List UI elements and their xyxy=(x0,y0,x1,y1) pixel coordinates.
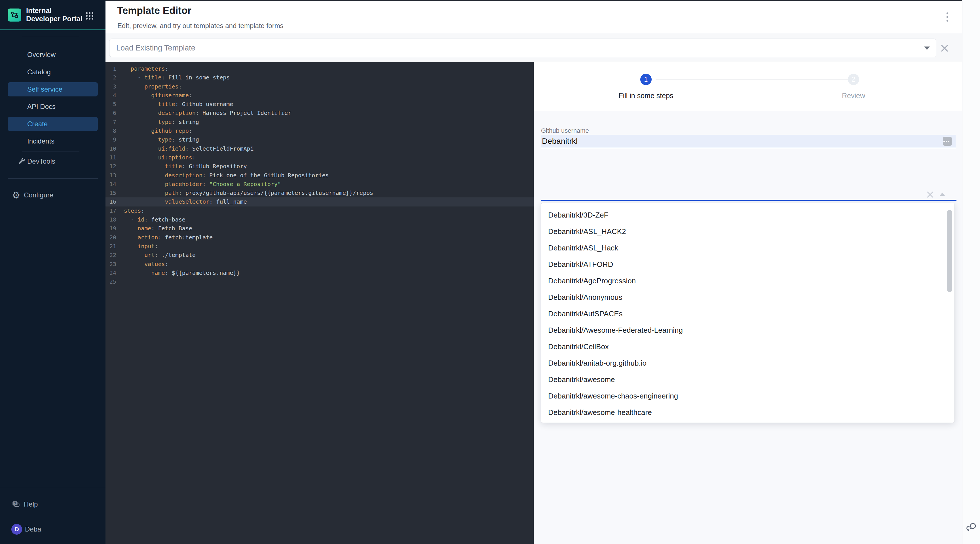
chat-icon[interactable] xyxy=(966,522,976,532)
line-number: 2 xyxy=(105,73,116,82)
code-line[interactable]: 10 ui:field: SelectFieldFromApi xyxy=(105,144,534,153)
code-line[interactable]: 7 type: string xyxy=(105,118,534,127)
close-icon[interactable] xyxy=(940,44,949,52)
code-line[interactable]: 25 xyxy=(105,277,534,286)
step-1-indicator[interactable]: 1 xyxy=(640,74,652,85)
code-line[interactable]: 16 valueSelector: full_name xyxy=(105,197,534,206)
brand-header: Internal Developer Portal xyxy=(0,0,105,30)
code-line[interactable]: 21 input: xyxy=(105,242,534,251)
repo-option[interactable]: Debanitrkl/awesome xyxy=(541,371,955,388)
repo-option[interactable]: Debanitrkl/Awesome-Federated-Learning xyxy=(541,322,955,338)
line-number: 24 xyxy=(105,269,116,277)
code-line[interactable]: 20 action: fetch:template xyxy=(105,233,534,242)
sidebar-item-create[interactable]: Create xyxy=(8,117,98,131)
right-rail xyxy=(962,0,980,544)
load-template-select[interactable]: Load Existing Template xyxy=(109,38,936,57)
repo-option[interactable]: Debanitrkl/AgeProgression xyxy=(541,272,955,289)
sidebar-item-overview[interactable]: Overview xyxy=(8,48,98,62)
code-text: ui:field: SelectFieldFromApi xyxy=(124,145,254,152)
code-line[interactable]: 12 title: GitHub Repository xyxy=(105,162,534,171)
app-logo-icon xyxy=(8,8,21,22)
page-subtitle: Edit, preview, and try out templates and… xyxy=(118,22,283,30)
line-number: 14 xyxy=(105,180,116,189)
code-line[interactable]: 8 github_repo: xyxy=(105,127,534,135)
line-number: 3 xyxy=(105,82,116,91)
code-line[interactable]: 23 values: xyxy=(105,260,534,269)
line-number: 19 xyxy=(105,224,116,233)
code-line[interactable]: 6 description: Harness Project Identifie… xyxy=(105,109,534,118)
sidebar-item-self-service[interactable]: Self service xyxy=(8,82,98,96)
sidebar-item-label: API Docs xyxy=(27,103,56,111)
line-number: 16 xyxy=(105,197,116,206)
focused-field-underline xyxy=(541,200,956,201)
sidebar-item-label: Incidents xyxy=(27,137,54,145)
clear-icon[interactable] xyxy=(926,191,934,198)
line-number: 12 xyxy=(105,162,116,171)
code-line[interactable]: 13 description: Pick one of the GitHub R… xyxy=(105,171,534,180)
line-number: 23 xyxy=(105,260,116,269)
code-line[interactable]: 3 properties: xyxy=(105,82,534,91)
code-line[interactable]: 9 type: string xyxy=(105,135,534,144)
code-line[interactable]: 15 path: proxy/github-api/users/{{parame… xyxy=(105,189,534,197)
autofill-icon[interactable] xyxy=(943,137,952,146)
code-line[interactable]: 5 title: Github username xyxy=(105,100,534,109)
line-number: 11 xyxy=(105,153,116,162)
repo-option[interactable]: Debanitrkl/awesome-chaos-engineering xyxy=(541,388,955,404)
sidebar-item-label: Configure xyxy=(24,191,53,199)
repo-option[interactable]: Debanitrkl/CellBox xyxy=(541,338,955,355)
code-line[interactable]: 14 placeholder: "Choose a Repository" xyxy=(105,180,534,189)
sidebar-item-label: DevTools xyxy=(27,157,55,165)
line-number: 18 xyxy=(105,215,116,224)
code-text: description: Pick one of the GitHub Repo… xyxy=(124,172,329,179)
code-line[interactable]: 22 url: ./template xyxy=(105,251,534,259)
sidebar: Internal Developer Portal OverviewCatalo… xyxy=(0,0,105,544)
code-text: description: Harness Project Identifier xyxy=(124,110,291,116)
code-text: url: ./template xyxy=(124,251,196,258)
sidebar-item-label: Help xyxy=(24,500,38,508)
dropdown-scrollbar[interactable] xyxy=(947,210,952,292)
svg-text:?: ? xyxy=(14,502,16,505)
code-line[interactable]: 18 - id: fetch-base xyxy=(105,215,534,224)
avatar: D xyxy=(11,524,22,534)
sidebar-item-incidents[interactable]: Incidents xyxy=(8,134,98,148)
repo-option[interactable]: Debanitrkl/ASL_HACK2 xyxy=(541,223,955,240)
chevron-up-icon[interactable] xyxy=(940,192,945,196)
code-line[interactable]: 24 name: ${{parameters.name}} xyxy=(105,269,534,277)
wrench-icon xyxy=(17,157,25,165)
code-text: action: fetch:template xyxy=(124,234,213,241)
repo-option[interactable]: Debanitrkl/AutSPACEs xyxy=(541,305,955,322)
more-options-icon[interactable] xyxy=(944,12,951,24)
repo-option[interactable]: Debanitrkl/ATFORD xyxy=(541,256,955,272)
step-2-label: Review xyxy=(842,92,865,100)
template-form-preview: 1 2 Fill in some steps Review Github use… xyxy=(534,62,962,544)
repo-option[interactable]: Debanitrkl/awesome-healthcare xyxy=(541,404,955,421)
code-text: properties: xyxy=(124,83,182,90)
code-line[interactable]: 19 name: Fetch Base xyxy=(105,224,534,233)
sidebar-item-configure[interactable]: ⚙ Configure xyxy=(8,188,98,202)
code-line[interactable]: 11 ui:options: xyxy=(105,153,534,162)
wizard-stepper: 1 2 Fill in some steps Review xyxy=(534,62,962,111)
sidebar-user-item[interactable]: D Deba xyxy=(8,522,98,536)
sidebar-item-help[interactable]: ? Help xyxy=(8,497,98,511)
sidebar-item-label: Catalog xyxy=(27,68,51,76)
code-line[interactable]: 1 parameters: xyxy=(105,64,534,73)
github-username-input[interactable] xyxy=(541,135,956,148)
line-number: 25 xyxy=(105,277,116,286)
sidebar-item-label: Overview xyxy=(27,51,56,59)
repo-option[interactable]: Debanitrkl/3D-ZeF xyxy=(541,207,955,223)
step-2-indicator[interactable]: 2 xyxy=(848,74,859,85)
apps-grid-icon[interactable] xyxy=(85,11,94,21)
yaml-code-editor[interactable]: 1 parameters:2 - title: Fill in some ste… xyxy=(105,62,534,544)
repo-option[interactable]: Debanitrkl/Anonymous xyxy=(541,289,955,305)
line-number: 8 xyxy=(105,127,116,135)
sidebar-item-catalog[interactable]: Catalog xyxy=(8,65,98,79)
code-line[interactable]: 4 gitusername: xyxy=(105,91,534,100)
code-line[interactable]: 2 - title: Fill in some steps xyxy=(105,73,534,82)
line-number: 4 xyxy=(105,91,116,100)
code-line[interactable]: 17steps: xyxy=(105,207,534,215)
sidebar-item-devtools[interactable]: DevTools xyxy=(8,154,98,169)
repo-option[interactable]: Debanitrkl/ASL_Hack xyxy=(541,240,955,256)
sidebar-item-api-docs[interactable]: API Docs xyxy=(8,100,98,114)
repo-option[interactable]: Debanitrkl/anitab-org.github.io xyxy=(541,355,955,371)
help-chat-icon: ? xyxy=(12,500,21,509)
